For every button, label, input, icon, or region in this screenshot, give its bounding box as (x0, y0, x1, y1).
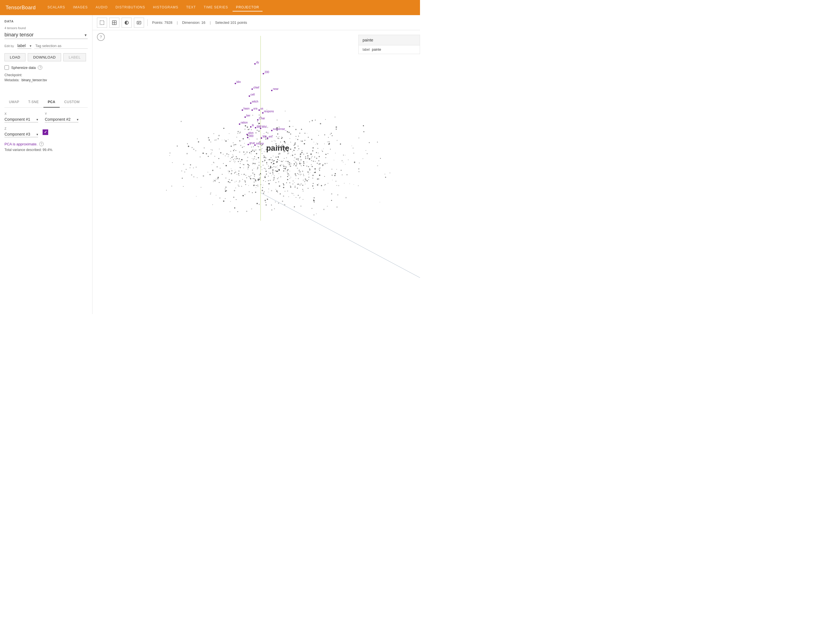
svg-point-284 (338, 185, 339, 186)
svg-point-380 (274, 179, 275, 180)
svg-point-779 (308, 172, 309, 174)
svg-point-324 (252, 150, 254, 151)
svg-point-845 (246, 134, 248, 135)
svg-point-370 (226, 153, 227, 154)
svg-point-376 (233, 150, 234, 151)
nav-histograms[interactable]: HISTOGRAMS (150, 4, 182, 11)
svg-point-368 (317, 148, 318, 149)
nav-scalars[interactable]: SCALARS (44, 4, 69, 11)
svg-point-501 (290, 186, 291, 188)
svg-point-646 (239, 151, 240, 153)
svg-point-545 (256, 150, 257, 151)
tab-tsne[interactable]: T-SNE (24, 97, 43, 107)
svg-point-672 (295, 165, 297, 166)
tensor-select[interactable]: binary tensor (5, 31, 88, 39)
svg-point-102 (341, 160, 343, 161)
svg-point-290 (230, 151, 231, 151)
svg-point-291 (377, 142, 378, 143)
svg-point-222 (231, 180, 232, 181)
y-axis-select-wrapper[interactable]: Component #2 ▾ (45, 117, 79, 122)
tag-selection-input[interactable] (34, 43, 88, 49)
dark-mode-button[interactable] (122, 17, 132, 28)
svg-text:grue: grue (249, 142, 255, 145)
svg-point-409 (319, 167, 321, 169)
svg-point-795 (295, 175, 297, 176)
tab-pca[interactable]: PCA (43, 97, 60, 107)
svg-point-697 (286, 182, 287, 183)
nav-distributions[interactable]: DISTRIBUTIONS (112, 4, 148, 11)
svg-point-95 (315, 144, 316, 145)
load-button[interactable]: Load (5, 53, 25, 62)
nav-text[interactable]: TEXT (183, 4, 199, 11)
svg-point-216 (229, 171, 230, 172)
svg-point-450 (249, 129, 250, 130)
svg-point-316 (311, 158, 311, 159)
svg-point-597 (300, 174, 302, 175)
svg-point-494 (244, 146, 244, 147)
tooltip-panel: painte label painte (358, 35, 420, 54)
svg-point-101 (294, 154, 295, 155)
svg-point-91 (246, 177, 247, 178)
pca-approx-help-icon[interactable]: ? (39, 142, 44, 146)
svg-point-791 (275, 140, 276, 142)
svg-point-218 (181, 170, 182, 171)
tensor-select-wrapper[interactable]: binary tensor ▾ (5, 31, 88, 39)
download-button[interactable]: Download (28, 53, 61, 62)
svg-point-589 (318, 164, 320, 165)
nav-images[interactable]: IMAGES (70, 4, 92, 11)
nav-time-series[interactable]: TIME SERIES (201, 4, 231, 11)
svg-point-492 (224, 188, 226, 189)
svg-point-209 (302, 170, 303, 172)
sphereize-help-icon[interactable]: ? (38, 65, 42, 70)
svg-point-475 (212, 150, 213, 151)
svg-point-648 (295, 197, 296, 198)
svg-point-180 (266, 132, 267, 133)
svg-point-719 (216, 139, 216, 140)
svg-point-742 (252, 192, 253, 193)
svg-point-242 (302, 189, 303, 190)
svg-point-281 (291, 193, 292, 194)
svg-point-707 (335, 153, 336, 153)
x-axis-select[interactable]: Component #1 (5, 117, 38, 122)
svg-point-631 (262, 189, 263, 191)
svg-point-728 (267, 164, 267, 165)
label-tool-button[interactable] (134, 17, 144, 28)
z-axis-select-wrapper[interactable]: Component #3 ▾ (5, 131, 38, 137)
zoom-tool-button[interactable] (109, 17, 119, 28)
svg-point-301 (308, 137, 309, 137)
help-button[interactable]: ? (97, 33, 105, 41)
y-axis-select[interactable]: Component #2 (45, 117, 79, 122)
svg-point-514 (324, 185, 325, 186)
nav-audio[interactable]: AUDIO (92, 4, 111, 11)
svg-point-111 (265, 181, 266, 182)
tab-umap[interactable]: UMAP (5, 97, 24, 107)
svg-text:blin: blin (237, 80, 241, 84)
svg-point-598 (258, 131, 259, 132)
canvas-area[interactable]: ? dy200blinchiefnearcellwitchhasnurausre… (92, 30, 420, 314)
label-button[interactable]: Label (63, 53, 86, 62)
svg-point-682 (315, 161, 316, 162)
tooltip-value: painte (372, 47, 381, 52)
projector-canvas[interactable]: dy200blinchiefnearcellwitchhasnurausresp… (92, 30, 420, 314)
svg-point-74 (283, 196, 284, 197)
svg-point-196 (234, 144, 235, 145)
svg-point-690 (328, 141, 330, 142)
svg-point-220 (195, 150, 196, 151)
z-checkbox[interactable] (43, 129, 48, 135)
nav-projector[interactable]: PROJECTOR (232, 4, 262, 11)
svg-point-489 (298, 158, 299, 159)
tab-custom[interactable]: CUSTOM (60, 97, 84, 107)
sphereize-checkbox[interactable] (5, 65, 9, 70)
svg-point-466 (240, 145, 241, 146)
label-select[interactable]: label (17, 43, 32, 49)
svg-point-468 (267, 163, 267, 164)
svg-point-753 (272, 171, 273, 172)
selection-tool-button[interactable] (97, 17, 107, 28)
svg-point-561 (236, 181, 237, 181)
z-axis-select[interactable]: Component #3 (5, 131, 38, 137)
x-axis-select-wrapper[interactable]: Component #1 ▾ (5, 117, 38, 122)
svg-point-730 (242, 164, 243, 165)
svg-point-841 (260, 128, 261, 129)
label-select-wrapper[interactable]: label ▾ (17, 43, 32, 49)
svg-point-497 (223, 154, 224, 155)
